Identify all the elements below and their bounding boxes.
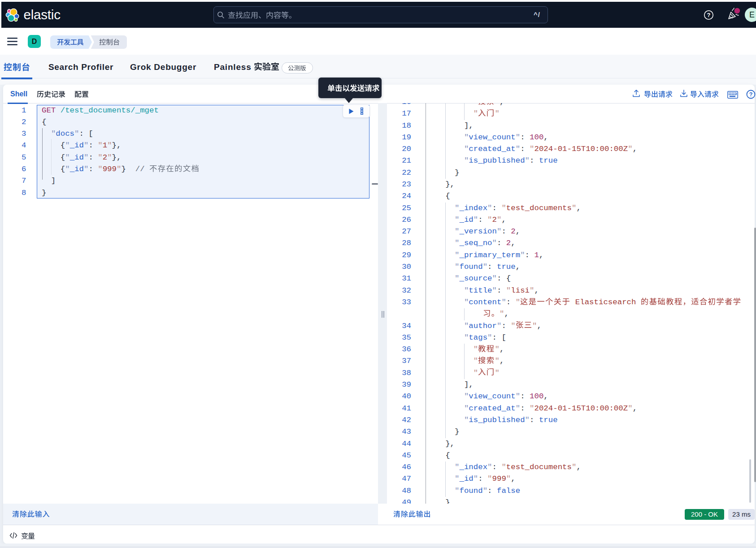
svg-text:?: ? bbox=[707, 12, 711, 18]
svg-text:?: ? bbox=[749, 91, 753, 98]
